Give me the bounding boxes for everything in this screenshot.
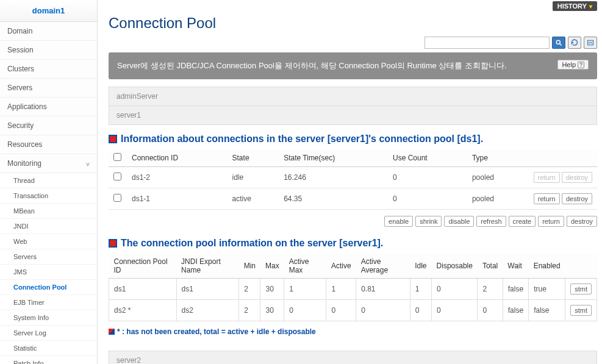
- nav-monitoring[interactable]: Monitoring ⅴ: [0, 154, 97, 173]
- subnav-item-statistic[interactable]: Statistic: [0, 341, 97, 356]
- export-button-2[interactable]: [584, 37, 597, 49]
- col-active-average: Active Average: [356, 254, 410, 279]
- nav-item-security[interactable]: Security: [0, 116, 97, 135]
- nav-item-applications[interactable]: Applications: [0, 98, 97, 116]
- svg-point-0: [556, 40, 560, 44]
- search-button[interactable]: [552, 37, 565, 49]
- nav-item-session[interactable]: Session: [0, 41, 97, 60]
- table-row: ds1ds1230110.81102falsetruestmt: [109, 278, 597, 299]
- subnav-item-jndi[interactable]: JNDI: [0, 219, 97, 234]
- cell: ds1: [176, 278, 239, 299]
- chevron-down-icon: ▾: [589, 3, 592, 10]
- history-label: HISTORY: [557, 2, 587, 10]
- col-state: State: [228, 149, 279, 167]
- stmt-button[interactable]: stmt: [570, 284, 592, 294]
- cell: 1: [284, 278, 326, 299]
- section-icon: [109, 239, 117, 248]
- create-button[interactable]: create: [509, 216, 536, 227]
- sidebar: domain1 DomainSessionClustersServersAppl…: [0, 0, 98, 364]
- search-input[interactable]: [425, 37, 550, 49]
- subnav-item-patch-info[interactable]: Patch Info: [0, 356, 97, 364]
- subnav-item-ejb-timer[interactable]: EJB Timer: [0, 295, 97, 310]
- cell-type: pooled: [467, 166, 524, 188]
- cell: true: [529, 278, 565, 299]
- col-jndi-export-name: JNDI Export Name: [176, 254, 239, 279]
- stmt-button[interactable]: stmt: [570, 305, 592, 316]
- cell: 30: [260, 278, 284, 299]
- cell: 30: [260, 299, 284, 321]
- col-total: Total: [478, 254, 503, 279]
- row-destroy-button[interactable]: destroy: [562, 172, 592, 183]
- cell: 0: [432, 299, 478, 321]
- col-active-max: Active Max: [284, 254, 326, 279]
- cell: 0: [326, 299, 356, 321]
- footnote-icon: [109, 329, 115, 335]
- nav-item-servers[interactable]: Servers: [0, 79, 97, 98]
- cell: 0: [284, 299, 326, 321]
- select-all-checkbox[interactable]: [113, 153, 121, 161]
- nav-item-resources[interactable]: Resources: [0, 135, 97, 154]
- server-context-admin[interactable]: adminServer: [109, 87, 597, 106]
- history-button[interactable]: HISTORY ▾: [553, 1, 597, 11]
- main-content: HISTORY ▾ Connection Pool Server에 생성된 JD…: [98, 0, 602, 364]
- subnav-item-server-log[interactable]: Server Log: [0, 326, 97, 341]
- disable-button[interactable]: disable: [444, 216, 474, 227]
- nav-item-domain[interactable]: Domain: [0, 22, 97, 41]
- table-row: ds1-2idle16.2460pooledreturn destroy: [109, 166, 597, 188]
- col-use-count: Use Count: [388, 149, 467, 167]
- cell-state: idle: [228, 166, 279, 188]
- cell: false: [503, 299, 528, 321]
- cell-use-count: 0: [388, 166, 467, 188]
- row-checkbox[interactable]: [113, 194, 121, 202]
- pool-info-table: Connection Pool IDJNDI Export NameMinMax…: [109, 254, 597, 321]
- cell: 0: [478, 299, 503, 321]
- table-row: ds2 *ds2230000000falsefalsestmt: [109, 299, 597, 321]
- return-button[interactable]: return: [538, 216, 564, 227]
- description-text: Server에 생성된 JDBC/JCA Connection Pool을 제어…: [117, 60, 507, 72]
- destroy-button[interactable]: destroy: [567, 216, 597, 227]
- col-idle: Idle: [410, 254, 431, 279]
- cell: 1: [326, 278, 356, 299]
- subnav-item-web[interactable]: Web: [0, 234, 97, 249]
- table-row: ds1-1active64.350pooledreturn destroy: [109, 188, 597, 209]
- subnav-item-servers[interactable]: Servers: [0, 249, 97, 265]
- row-return-button[interactable]: return: [534, 193, 560, 204]
- help-label: Help: [562, 61, 576, 68]
- subnav-item-connection-pool[interactable]: Connection Pool: [0, 280, 97, 295]
- description-box: Server에 생성된 JDBC/JCA Connection Pool을 제어…: [109, 52, 597, 79]
- server-context-server2[interactable]: server2: [109, 351, 597, 365]
- xml-export-icon: [587, 39, 594, 46]
- enable-button[interactable]: enable: [384, 216, 413, 227]
- page-title: Connection Pool: [109, 15, 597, 37]
- row-return-button[interactable]: return: [534, 172, 560, 183]
- subnav-item-system-info[interactable]: System Info: [0, 310, 97, 326]
- cell-state-time: 64.35: [279, 188, 388, 209]
- row-checkbox[interactable]: [113, 173, 121, 180]
- domain-header[interactable]: domain1: [0, 0, 97, 22]
- subnav-item-jms[interactable]: JMS: [0, 265, 97, 280]
- cell: ds1: [109, 278, 177, 299]
- export-button-1[interactable]: [568, 37, 581, 49]
- nav-item-clusters[interactable]: Clusters: [0, 60, 97, 79]
- row-destroy-button[interactable]: destroy: [562, 193, 592, 204]
- shrink-button[interactable]: shrink: [415, 216, 442, 227]
- refresh-icon: [571, 39, 578, 46]
- cell: 0.81: [356, 278, 410, 299]
- cell: ds2 *: [109, 299, 177, 321]
- server-context-server1[interactable]: server1: [109, 106, 597, 125]
- section2-title: The connection pool information on the s…: [109, 229, 597, 254]
- col-min: Min: [239, 254, 260, 279]
- subnav-item-mbean[interactable]: MBean: [0, 204, 97, 219]
- help-button[interactable]: Help ?: [557, 60, 589, 70]
- cell: 2: [239, 299, 260, 321]
- cell: 2: [478, 278, 503, 299]
- cell-state-time: 16.246: [279, 166, 388, 188]
- pool-action-row: enable shrink disable refresh create ret…: [109, 210, 597, 229]
- subnav-item-thread[interactable]: Thread: [0, 173, 97, 188]
- cell-state: active: [228, 188, 279, 209]
- col-active: Active: [326, 254, 356, 279]
- refresh-button[interactable]: refresh: [476, 216, 506, 227]
- col-wait: Wait: [503, 254, 528, 279]
- subnav-item-transaction[interactable]: Transaction: [0, 188, 97, 204]
- section2-title-text: The connection pool information on the s…: [121, 238, 383, 249]
